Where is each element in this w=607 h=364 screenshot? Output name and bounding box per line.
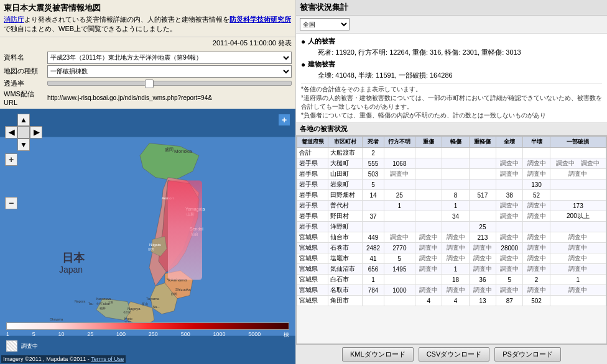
header-section: 東日本大震災被害情報地図 消防庁より発表されている災害情報詳細の内、人的被害と建… xyxy=(0,0,295,37)
table-cell: 173 xyxy=(550,201,606,211)
map-type-select[interactable]: 一部破損棟数 xyxy=(47,65,292,78)
table-cell: 合計 xyxy=(297,148,328,158)
table-section: 各地の被害状況 都道府県 市区町村 死者 行方不明 重傷 軽傷 重軽傷 全壊 xyxy=(296,123,607,344)
stats-filter-select[interactable]: 全国 xyxy=(300,18,350,30)
table-cell: 503 xyxy=(363,169,384,180)
table-cell: 気仙沼市 xyxy=(328,264,363,275)
table-cell xyxy=(550,190,606,201)
table-cell: 宮城県 xyxy=(297,253,328,264)
table-cell: 2 xyxy=(363,148,384,158)
table-cell: 調査中 xyxy=(523,285,550,296)
nav-right-button[interactable]: ▶ xyxy=(30,126,42,139)
map-nav-controls: ▲ ◀ ▶ ▼ + − xyxy=(5,114,42,209)
table-row: 宮城県角田市441387502 xyxy=(297,296,606,306)
ps-download-button[interactable]: PSダウンロード xyxy=(494,347,561,362)
app-title: 東日本大震災被害情報地図 xyxy=(4,2,292,14)
table-cell: 洋野町 xyxy=(328,222,363,232)
data-table-scroll[interactable]: 都道府県 市区町村 死者 行方不明 重傷 軽傷 重軽傷 全壊 半壊 一部破損 xyxy=(296,135,607,344)
nav-left-button[interactable]: ◀ xyxy=(5,126,17,139)
map-container[interactable]: Morioka 盛岡 Yamagata 山形 Sendai 仙台 Yokoham… xyxy=(0,109,295,364)
table-cell: 調査中 xyxy=(469,243,496,253)
legend-gradient xyxy=(6,322,289,330)
table-cell xyxy=(469,180,496,190)
table-cell: 宮城県 xyxy=(297,275,328,285)
table-cell: 130 xyxy=(523,180,550,190)
nav-up-button[interactable]: ▲ xyxy=(17,114,30,126)
table-cell: 調査中 xyxy=(442,253,469,264)
table-row: 宮城県気仙沼市6561495調査中1調査中調査中調査中調査中 xyxy=(297,264,606,275)
kml-download-button[interactable]: KMLダウンロード xyxy=(342,347,414,362)
table-cell xyxy=(363,222,384,232)
terms-link[interactable]: Terms of Use xyxy=(91,356,124,362)
table-cell: 5 xyxy=(363,180,384,190)
table-cell: 449 xyxy=(363,232,384,243)
svg-text:Niigata: Niigata xyxy=(149,242,161,246)
svg-text:Toyama: Toyama xyxy=(146,296,160,300)
table-cell: 200以上 xyxy=(550,211,606,222)
map-add-button[interactable]: + xyxy=(278,114,290,126)
zoom-out-button[interactable]: − xyxy=(5,197,17,209)
table-cell: 28000 xyxy=(496,243,523,253)
col-partial-damage: 一部破損 xyxy=(550,137,606,148)
stats-filter-row: 全国 xyxy=(296,16,607,34)
table-cell xyxy=(469,211,496,222)
footer-buttons: KMLダウンロード CSVダウンロード PSダウンロード xyxy=(296,344,607,364)
table-cell: 25 xyxy=(469,222,496,232)
table-row: 岩手県田野畑村142585173852 xyxy=(297,190,606,201)
left-panel: 東日本大震災被害情報地図 消防庁より発表されている災害情報詳細の内、人的被害と建… xyxy=(0,0,295,364)
transparency-slider-track[interactable] xyxy=(47,81,292,86)
zoom-controls: + − xyxy=(5,153,42,209)
table-cell xyxy=(469,201,496,211)
col-serious-injury: 重傷 xyxy=(415,137,442,148)
table-cell: 調査中 xyxy=(496,285,523,296)
svg-text:金沢: 金沢 xyxy=(96,301,101,304)
table-cell xyxy=(384,211,415,222)
svg-text:Shizuoka: Shizuoka xyxy=(175,287,191,291)
legend-bottom: 調査中 xyxy=(6,340,289,352)
table-cell: 白石市 xyxy=(328,275,363,285)
map-type-label: 地図の種類 xyxy=(4,66,47,76)
table-cell: 18 xyxy=(442,275,469,285)
col-injury-total: 重軽傷 xyxy=(469,137,496,148)
wms-row: WMS配信URL http://www.j-risq.bosai.go.jp/n… xyxy=(4,89,292,106)
csv-download-button[interactable]: CSVダウンロード xyxy=(419,347,490,362)
svg-text:三重: 三重 xyxy=(108,300,113,303)
legend-bar: 1 5 10 25 100 250 500 1000 5000 棟 調査中 xyxy=(6,322,289,352)
svg-text:Morioka: Morioka xyxy=(174,148,192,153)
data-name-label: 資料名 xyxy=(4,53,47,62)
table-cell: 調査中 調査中 xyxy=(550,158,606,169)
table-cell: 502 xyxy=(523,296,550,306)
table-cell: 4 xyxy=(442,296,469,306)
data-name-select[interactable]: 平成23年（2011年）東北地方太平洋沖地震（第94報） xyxy=(47,52,292,64)
table-cell xyxy=(496,180,523,190)
stats-notes: *各値の合計値をそのまま表示しています。 *道府県の人的被害・建物被害数について… xyxy=(301,83,602,120)
table-cell: 2 xyxy=(523,275,550,285)
col-missing: 行方不明 xyxy=(384,137,415,148)
svg-text:Tsu: Tsu xyxy=(88,301,93,305)
table-row: 岩手県普代村11調査中調査中173 xyxy=(297,201,606,211)
transparency-label: 透過率 xyxy=(4,79,47,88)
table-cell: 1 xyxy=(363,275,384,285)
zoom-in-button[interactable]: + xyxy=(5,153,17,166)
table-cell: 調査中 xyxy=(523,201,550,211)
transparency-slider-thumb[interactable] xyxy=(145,80,154,88)
table-cell xyxy=(442,222,469,232)
table-row: 岩手県野田村3734調査中調査中200以上 xyxy=(297,211,606,222)
nav-center-button[interactable] xyxy=(17,126,30,139)
table-cell: 大船渡市 xyxy=(328,148,363,158)
table-cell xyxy=(415,190,442,201)
table-row: 宮城県白石市11836521 xyxy=(297,275,606,285)
table-cell: 34 xyxy=(442,211,469,222)
svg-text:新潟: 新潟 xyxy=(148,247,154,250)
col-dead: 死者 xyxy=(363,137,384,148)
data-name-row: 資料名 平成23年（2011年）東北地方太平洋沖地震（第94報） xyxy=(4,52,292,64)
table-row: 岩手県岩泉町5130 xyxy=(297,180,606,190)
nied-link[interactable]: 防災科学技術研究所 xyxy=(229,16,291,23)
fdma-link[interactable]: 消防庁 xyxy=(4,16,24,23)
table-row: 宮城県塩竈市415調査中調査中調査中調査中調査中調査中 xyxy=(297,253,606,264)
table-cell: 仙台市 xyxy=(328,232,363,243)
table-cell xyxy=(415,201,442,211)
nav-down-button[interactable]: ▼ xyxy=(17,139,30,151)
table-cell: 52 xyxy=(523,190,550,201)
table-cell: 555 xyxy=(363,158,384,169)
